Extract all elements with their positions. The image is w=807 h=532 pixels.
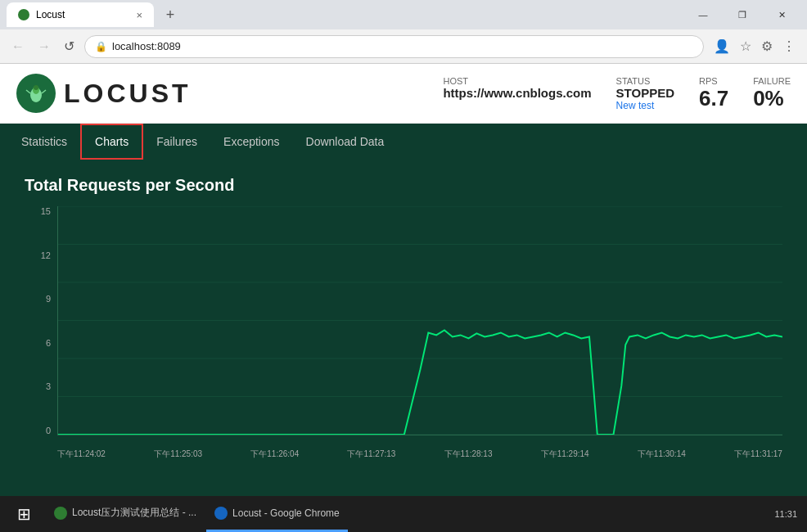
extension-icon[interactable]: ⚙ <box>758 35 776 57</box>
taskbar-item-locust-chrome[interactable]: Locust - Google Chrome <box>206 496 348 532</box>
lock-icon: 🔒 <box>95 41 107 52</box>
tab-label: Locust <box>36 9 65 20</box>
host-value: https://www.cnblogs.com <box>443 86 591 100</box>
address-bar: ← → ↺ 🔒 localhost:8089 👤 ☆ ⚙ ⋮ <box>0 29 807 64</box>
host-stat: HOST https://www.cnblogs.com <box>443 76 591 100</box>
failure-value: 0% <box>753 86 791 111</box>
reload-button[interactable]: ↺ <box>61 35 78 57</box>
tab-download-data[interactable]: Download Data <box>293 124 398 160</box>
address-right-icons: 👤 ☆ ⚙ ⋮ <box>710 35 799 57</box>
tab-close-button[interactable]: × <box>136 9 142 21</box>
new-tab-button[interactable]: + <box>159 3 182 26</box>
status-label: STATUS <box>616 76 674 86</box>
star-icon[interactable]: ☆ <box>737 35 755 57</box>
url-text: localhost:8089 <box>112 40 181 52</box>
tab-favicon <box>18 9 29 20</box>
restore-button[interactable]: ❐ <box>724 0 761 29</box>
tab-failures[interactable]: Failures <box>143 124 210 160</box>
taskbar-favicon-1 <box>54 507 67 520</box>
chart-area: 15 12 9 6 3 0 <box>25 206 782 460</box>
menu-icon[interactable]: ⋮ <box>779 35 799 57</box>
tab-exceptions[interactable]: Exceptions <box>210 124 292 160</box>
tab-charts[interactable]: Charts <box>80 124 143 160</box>
title-bar: Locust × + — ❐ ✕ <box>0 0 807 29</box>
taskbar-item-2-label: Locust - Google Chrome <box>232 507 340 519</box>
address-input[interactable]: 🔒 localhost:8089 <box>84 35 704 58</box>
y-axis: 15 12 9 6 3 0 <box>25 206 57 435</box>
browser-frame: Locust × + — ❐ ✕ ← → ↺ 🔒 localhost:8089 … <box>0 0 807 532</box>
back-button[interactable]: ← <box>8 36 28 57</box>
window-controls: — ❐ ✕ <box>684 0 800 29</box>
minimize-button[interactable]: — <box>684 0 722 29</box>
profile-icon[interactable]: 👤 <box>710 35 733 57</box>
locust-header: LOCUST HOST https://www.cnblogs.com STAT… <box>0 64 807 124</box>
locust-logo: LOCUST <box>16 74 192 113</box>
rps-stat: RPS 6.7 <box>699 76 728 111</box>
status-stat: STATUS STOPPED New test <box>616 76 674 111</box>
host-label: HOST <box>443 76 591 86</box>
rps-label: RPS <box>699 76 728 86</box>
failure-stat: FAILURE 0% <box>753 76 791 111</box>
browser-tab-active[interactable]: Locust × <box>7 2 154 27</box>
header-stats: HOST https://www.cnblogs.com STATUS STOP… <box>443 76 791 111</box>
x-axis-labels: 下午11:24:02 下午11:25:03 下午11:26:04 下午11:27… <box>57 437 782 460</box>
taskbar-item-locust-blog[interactable]: Locust压力测试使用总结 - ... <box>46 496 205 532</box>
svg-line-4 <box>42 90 46 93</box>
svg-point-2 <box>34 85 38 90</box>
status-value: STOPPED <box>616 86 674 100</box>
new-test-link[interactable]: New test <box>616 100 674 111</box>
taskbar-time: 11:31 <box>774 509 797 519</box>
taskbar-right: 11:31 <box>774 496 804 532</box>
taskbar-item-1-label: Locust压力测试使用总结 - ... <box>72 506 196 520</box>
forward-button[interactable]: → <box>34 36 54 57</box>
nav-tabs: Statistics Charts Failures Exceptions Do… <box>0 124 807 160</box>
page-content: LOCUST HOST https://www.cnblogs.com STAT… <box>0 64 807 496</box>
tab-statistics[interactable]: Statistics <box>8 124 80 160</box>
logo-text: LOCUST <box>64 79 192 109</box>
chart-title: Total Requests per Second <box>25 176 782 195</box>
start-button[interactable]: ⊞ <box>3 496 44 532</box>
logo-icon <box>16 74 56 113</box>
close-button[interactable]: ✕ <box>763 0 800 29</box>
svg-line-3 <box>26 90 30 93</box>
failure-label: FAILURE <box>753 76 791 86</box>
chart-plot <box>57 206 782 435</box>
rps-value: 6.7 <box>699 86 728 111</box>
taskbar-favicon-2 <box>214 507 228 520</box>
main-content: Total Requests per Second 15 12 9 6 3 0 <box>0 160 807 496</box>
taskbar: ⊞ Locust压力测试使用总结 - ... Locust - Google C… <box>0 496 807 532</box>
